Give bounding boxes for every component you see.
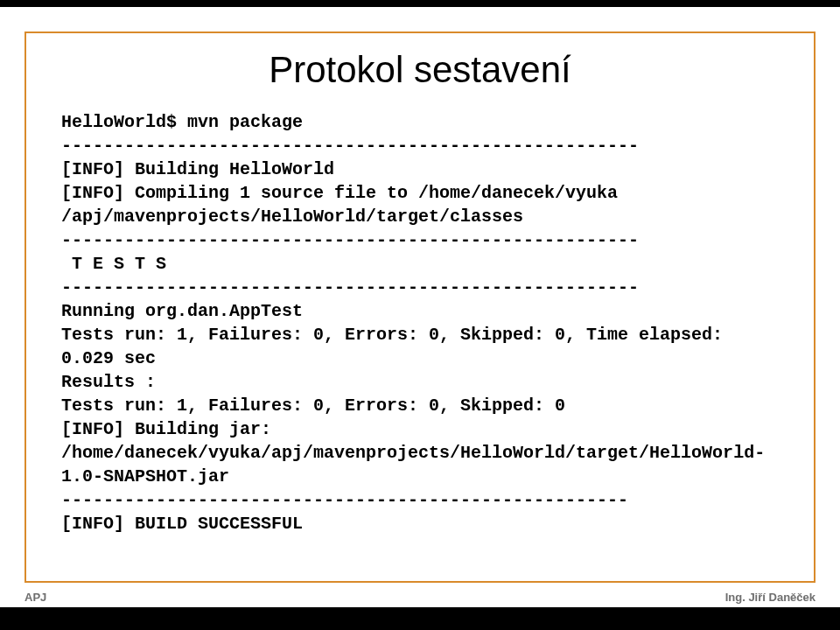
code-block: HelloWorld$ mvn package ----------------…	[61, 110, 779, 536]
content-frame: Protokol sestavení HelloWorld$ mvn packa…	[24, 32, 816, 583]
footer-right: Ing. Jiří Daněček	[725, 591, 816, 604]
footer-left: APJ	[24, 591, 46, 604]
slide: Protokol sestavení HelloWorld$ mvn packa…	[0, 0, 840, 630]
slide-title: Protokol sestavení	[26, 49, 814, 91]
